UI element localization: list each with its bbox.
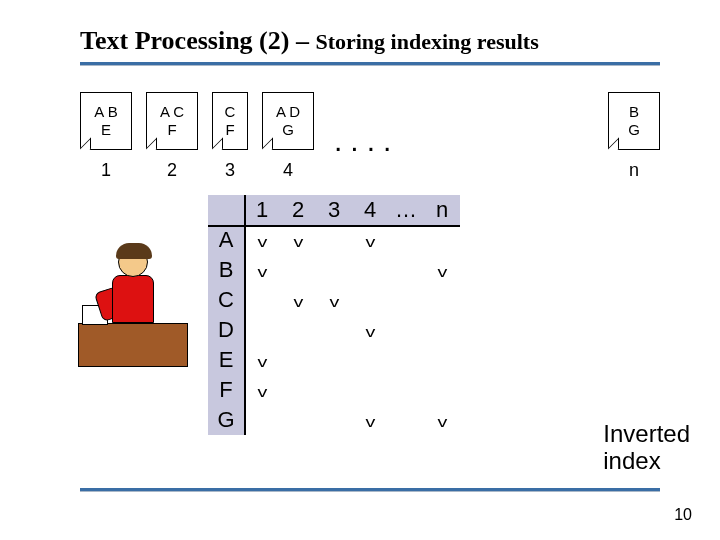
matrix-cell <box>352 345 388 375</box>
matrix-cell <box>424 375 460 405</box>
title-sub: Storing indexing results <box>315 29 538 54</box>
matrix-cell: v <box>316 285 352 315</box>
matrix-col-header: 4 <box>352 195 388 225</box>
doc-line: F <box>213 121 247 139</box>
check-icon: v <box>365 414 375 430</box>
document-2: A C F <box>146 92 198 150</box>
documents-row: A B E 1 A C F 2 C F 3 A D G 4 <box>80 92 660 181</box>
matrix-cell: v <box>424 255 460 285</box>
matrix-cell <box>424 315 460 345</box>
matrix-cell: v <box>280 285 316 315</box>
doc-line: A B <box>81 103 131 121</box>
matrix-col-header: 1 <box>244 195 280 225</box>
matrix-cell <box>388 315 424 345</box>
check-icon: v <box>293 294 303 310</box>
matrix-col-header: n <box>424 195 460 225</box>
divider-bottom <box>80 488 660 492</box>
matrix-cell <box>244 285 280 315</box>
doc-line: A D <box>263 103 313 121</box>
matrix-cell <box>388 285 424 315</box>
matrix-col-header: … <box>388 195 424 225</box>
matrix-corner <box>208 195 244 225</box>
check-icon: v <box>365 234 375 250</box>
matrix-col-header: 3 <box>316 195 352 225</box>
matrix-cell: v <box>352 315 388 345</box>
check-icon: v <box>437 264 447 280</box>
matrix-cell: v <box>244 225 280 255</box>
label-line: index <box>603 448 690 474</box>
check-icon: v <box>293 234 303 250</box>
matrix-row-header: G <box>208 405 244 435</box>
matrix-cell <box>244 405 280 435</box>
doc-line: C <box>213 103 247 121</box>
matrix-cell <box>244 315 280 345</box>
document-n: B G <box>608 92 660 150</box>
matrix-cell <box>316 255 352 285</box>
matrix-cell <box>388 255 424 285</box>
matrix-cell <box>352 375 388 405</box>
doc-line: A C <box>147 103 197 121</box>
doc-line: B <box>609 103 659 121</box>
check-icon: v <box>437 414 447 430</box>
check-icon: v <box>257 384 267 400</box>
matrix-cell: v <box>244 345 280 375</box>
doc-line: G <box>609 121 659 139</box>
doc-label-4: 4 <box>283 160 293 181</box>
divider-top <box>80 62 660 66</box>
inverted-index-label: Inverted index <box>603 421 690 474</box>
matrix-cell <box>280 315 316 345</box>
matrix-row-header: E <box>208 345 244 375</box>
check-icon: v <box>257 264 267 280</box>
document-4: A D G <box>262 92 314 150</box>
matrix-cell <box>388 405 424 435</box>
document-3: C F <box>212 92 248 150</box>
title-sep: – <box>289 26 315 55</box>
label-line: Inverted <box>603 421 690 447</box>
doc-label-3: 3 <box>225 160 235 181</box>
matrix-cell <box>316 225 352 255</box>
matrix-cell <box>280 405 316 435</box>
matrix-cell <box>424 285 460 315</box>
matrix-row-header: D <box>208 315 244 345</box>
matrix-cell <box>388 345 424 375</box>
matrix-cell <box>424 225 460 255</box>
check-icon: v <box>257 354 267 370</box>
doc-line: G <box>263 121 313 139</box>
doc-line: E <box>81 121 131 139</box>
matrix-cell <box>424 345 460 375</box>
doc-label-2: 2 <box>167 160 177 181</box>
matrix-row-header: A <box>208 225 244 255</box>
matrix-cell: v <box>244 255 280 285</box>
page-number: 10 <box>674 506 692 524</box>
matrix-cell <box>316 345 352 375</box>
matrix-cell <box>388 225 424 255</box>
matrix-cell <box>280 255 316 285</box>
matrix-cell: v <box>352 225 388 255</box>
doc-label-1: 1 <box>101 160 111 181</box>
inverted-index-matrix: 1234…nAvvvBvvCvvDvEvFvGvv <box>208 195 460 435</box>
document-1: A B E <box>80 92 132 150</box>
doc-line: F <box>147 121 197 139</box>
matrix-row-header: F <box>208 375 244 405</box>
matrix-col-header: 2 <box>280 195 316 225</box>
person-writing-clipart <box>74 227 194 367</box>
matrix-row-header: B <box>208 255 244 285</box>
matrix-row-header: C <box>208 285 244 315</box>
matrix-cell <box>352 285 388 315</box>
matrix-cell <box>280 375 316 405</box>
slide-title: Text Processing (2) – Storing indexing r… <box>80 26 660 56</box>
doc-label-n: n <box>629 160 639 181</box>
check-icon: v <box>329 294 339 310</box>
check-icon: v <box>257 234 267 250</box>
matrix-cell <box>316 375 352 405</box>
matrix-cell: v <box>244 375 280 405</box>
title-main: Text Processing (2) <box>80 26 289 55</box>
check-icon: v <box>365 324 375 340</box>
matrix-cell <box>316 315 352 345</box>
matrix-cell <box>352 255 388 285</box>
matrix-cell <box>316 405 352 435</box>
matrix-cell: v <box>424 405 460 435</box>
matrix-cell <box>280 345 316 375</box>
matrix-cell: v <box>280 225 316 255</box>
matrix-cell <box>388 375 424 405</box>
